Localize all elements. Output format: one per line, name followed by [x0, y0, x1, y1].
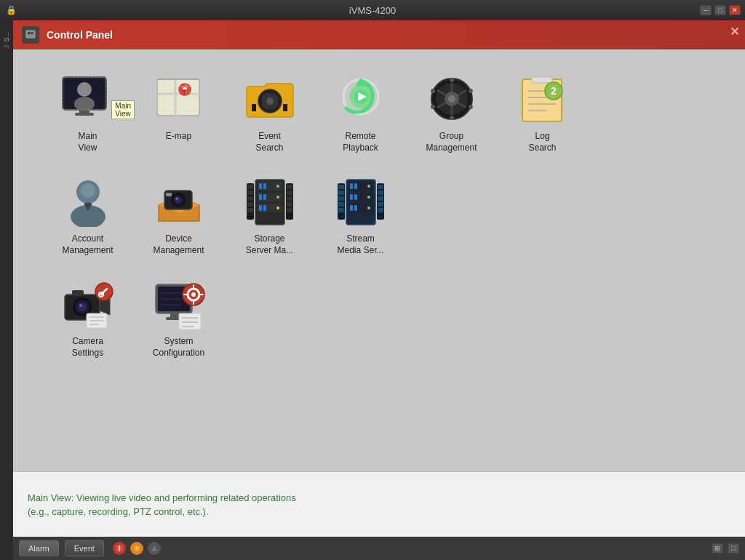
svg-point-119 — [78, 303, 87, 311]
icon-account-management[interactable]: AccountManagement — [42, 167, 133, 262]
account-management-icon-img — [59, 172, 117, 231]
svg-point-26 — [268, 108, 271, 111]
device-management-icon-img — [150, 172, 208, 231]
svg-rect-142 — [199, 294, 204, 295]
svg-rect-88 — [287, 196, 292, 201]
stream-media-server-label: StreamMedia Ser... — [337, 233, 383, 256]
svg-rect-105 — [338, 185, 344, 189]
log-search-label: LogSearch — [528, 131, 556, 153]
status-icons — [113, 542, 161, 555]
description-bar: Main View: Viewing live video and perfor… — [13, 471, 745, 537]
icon-storage-server[interactable]: StorageServer Ma... — [224, 167, 315, 262]
svg-rect-81 — [247, 191, 253, 195]
icon-system-configuration[interactable]: SystemConfiguration — [133, 269, 224, 364]
window-controls: ─ □ ✕ — [700, 5, 741, 15]
svg-point-148 — [119, 550, 120, 551]
icon-log-search[interactable]: 2 LogSearch — [497, 64, 588, 159]
camera-settings-icon-img — [59, 275, 117, 333]
e-map-label: E-map — [166, 131, 191, 143]
svg-rect-72 — [259, 194, 262, 200]
camera-settings-label: CameraSettings — [72, 336, 103, 359]
svg-marker-152 — [151, 545, 157, 551]
svg-rect-68 — [259, 183, 262, 189]
svg-point-78 — [276, 207, 279, 209]
svg-rect-93 — [350, 183, 353, 189]
panel-close-button[interactable]: ✕ — [730, 25, 739, 39]
icon-device-management[interactable]: DeviceManagement — [133, 167, 224, 262]
svg-point-65 — [175, 197, 178, 200]
svg-rect-86 — [287, 185, 292, 189]
group-management-label: GroupManagement — [426, 131, 477, 153]
status-icon-red — [113, 542, 126, 555]
svg-rect-64 — [166, 193, 172, 196]
svg-rect-139 — [193, 284, 194, 289]
svg-point-95 — [367, 185, 370, 188]
icons-row-3: CameraSettings — [42, 269, 716, 364]
icon-remote-playback[interactable]: RemotePlayback — [315, 64, 406, 159]
svg-point-25 — [268, 91, 271, 94]
svg-point-48 — [469, 89, 473, 93]
status-bar: Alarm Event ⊞ □ — [13, 537, 745, 560]
svg-rect-82 — [247, 196, 253, 201]
icon-event-search[interactable]: EventSearch — [224, 64, 315, 159]
minimize-button[interactable]: ─ — [700, 5, 712, 15]
close-button[interactable]: ✕ — [729, 5, 741, 15]
icon-e-map[interactable]: E-map — [133, 64, 224, 148]
svg-point-103 — [367, 207, 370, 209]
title-bar: 🔒 iVMS-4200 ─ □ ✕ — [0, 0, 745, 20]
svg-rect-30 — [283, 104, 287, 111]
svg-point-28 — [277, 100, 280, 103]
svg-rect-143 — [179, 313, 201, 329]
maximize-button[interactable]: □ — [714, 5, 726, 15]
panel-header: Control Panel ✕ — [13, 20, 745, 49]
main-view-label: MainView — [78, 131, 97, 153]
svg-rect-50 — [532, 77, 552, 83]
icons-area: MainView MainView — [13, 49, 745, 471]
svg-point-46 — [469, 105, 473, 109]
main-view-icon-img — [59, 70, 117, 128]
remote-playback-label: RemotePlayback — [343, 131, 378, 153]
svg-rect-87 — [287, 191, 292, 195]
svg-rect-76 — [259, 205, 262, 211]
status-icon-orange — [130, 542, 143, 555]
svg-point-5 — [77, 82, 92, 97]
svg-point-138 — [191, 292, 196, 297]
system-configuration-icon-img — [150, 275, 208, 333]
icon-camera-settings[interactable]: CameraSettings — [42, 269, 133, 364]
svg-rect-113 — [378, 196, 383, 201]
svg-rect-108 — [338, 202, 344, 207]
status-right-btn1[interactable]: ⊞ — [712, 543, 723, 553]
icon-main-view[interactable]: MainView MainView — [42, 64, 133, 159]
storage-server-icon-img — [241, 172, 299, 231]
status-right-btn2[interactable]: □ — [728, 543, 739, 553]
svg-rect-10 — [157, 79, 199, 116]
svg-rect-90 — [287, 208, 292, 212]
svg-point-70 — [276, 185, 279, 188]
svg-rect-69 — [263, 183, 266, 189]
svg-point-45 — [431, 89, 435, 93]
svg-rect-2 — [31, 32, 33, 34]
storage-server-label: StorageServer Ma... — [246, 233, 293, 256]
main-window: Control Panel ✕ — [13, 20, 745, 560]
svg-point-27 — [260, 100, 263, 103]
svg-rect-102 — [354, 205, 357, 211]
svg-point-6 — [74, 97, 95, 111]
icon-stream-media-server[interactable]: StreamMedia Ser... — [315, 167, 406, 262]
svg-rect-73 — [263, 194, 266, 200]
remote-playback-icon-img — [332, 70, 390, 128]
svg-rect-109 — [338, 208, 344, 212]
event-search-label: EventSearch — [255, 131, 283, 153]
svg-rect-80 — [247, 185, 253, 189]
icon-group-management[interactable]: GroupManagement — [406, 64, 497, 159]
event-button[interactable]: Event — [65, 540, 104, 556]
stream-media-server-icon-img — [332, 172, 390, 231]
description-line-2: (e.g., capture, recording, PTZ control, … — [28, 506, 730, 517]
status-icon-dark — [148, 542, 161, 555]
svg-rect-8 — [75, 113, 94, 116]
svg-point-43 — [450, 78, 454, 82]
description-line-1: Main View: Viewing live video and perfor… — [28, 492, 730, 503]
svg-point-59 — [81, 183, 95, 198]
panel-title: Control Panel — [47, 29, 113, 41]
svg-rect-115 — [378, 208, 383, 212]
alarm-button[interactable]: Alarm — [19, 540, 59, 556]
